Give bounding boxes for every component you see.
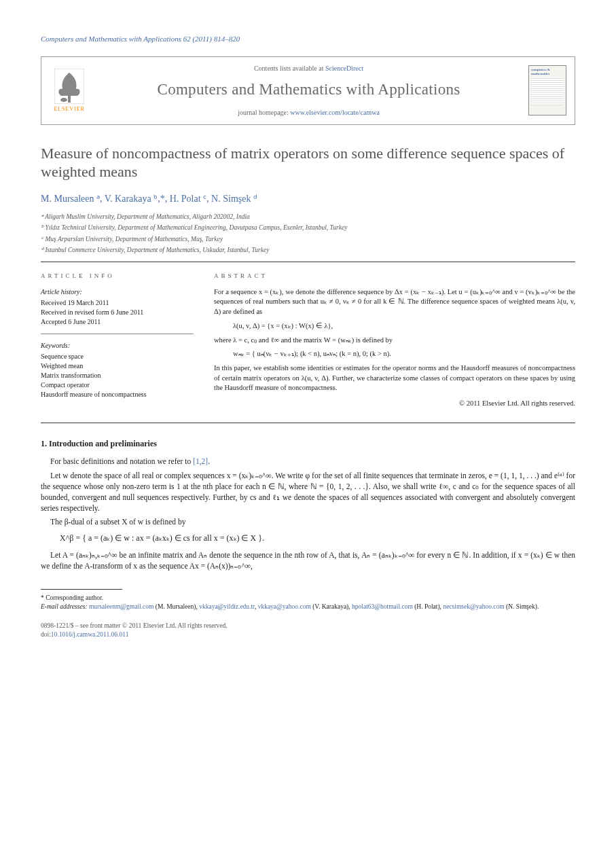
contents-prefix: Contents lists available at [254, 65, 325, 72]
citation-line: Computers and Mathematics with Applicati… [41, 34, 575, 44]
journal-header: ELSEVIER Contents lists available at Sci… [41, 56, 575, 124]
history-received: Received 19 March 2011 [41, 298, 194, 308]
elsevier-tree-icon [54, 69, 84, 104]
journal-cover-thumbnail: computers & mathematics [528, 65, 566, 115]
journal-homepage: journal homepage: www.elsevier.com/locat… [98, 108, 519, 118]
body-para: For basic definitions and notation we re… [41, 456, 575, 467]
author-email[interactable]: vkkaya@yahoo.com [258, 603, 311, 610]
section-body: For basic definitions and notation we re… [41, 456, 575, 571]
citation-ref[interactable]: [1,2] [193, 457, 208, 465]
author-email[interactable]: mursaleenm@gmail.com [89, 603, 154, 610]
footnote-rule [41, 589, 122, 590]
body-para: Let A = (aₙₖ)ₙ,ₖ₌₀^∞ be an infinite matr… [41, 550, 575, 571]
abstract-para: In this paper, we establish some identit… [214, 363, 575, 393]
page-footer: 0898-1221/$ – see front matter © 2011 El… [41, 622, 575, 640]
keyword: Hausdorff measure of noncompactness [41, 390, 194, 399]
homepage-prefix: journal homepage: [238, 109, 290, 116]
section-heading: 1. Introduction and preliminaries [41, 438, 575, 450]
publisher-name: ELSEVIER [54, 105, 85, 113]
history-revised: Received in revised form 6 June 2011 [41, 308, 194, 317]
contents-available: Contents lists available at ScienceDirec… [98, 64, 519, 73]
article-info-column: ARTICLE INFO Article history: Received 1… [41, 272, 194, 408]
publisher-logo: ELSEVIER [50, 67, 89, 114]
issn-copyright: 0898-1221/$ – see front matter © 2011 El… [41, 622, 575, 630]
body-para: Let w denote the space of all real or co… [41, 470, 575, 514]
keyword: Sequence space [41, 352, 194, 361]
sciencedirect-link[interactable]: ScienceDirect [325, 65, 363, 72]
divider [41, 423, 575, 423]
keyword: Matrix transformation [41, 371, 194, 380]
homepage-link[interactable]: www.elsevier.com/locate/camwa [290, 109, 380, 116]
display-equation: X^β = { a = (aₖ) ∈ w : ax = (aₖxₖ) ∈ cs … [60, 533, 575, 544]
affiliation-b: ᵇ Yıldız Technical University, Departmen… [41, 223, 575, 232]
corresponding-note: * Corresponding author. [41, 594, 575, 603]
journal-name: Computers and Mathematics with Applicati… [98, 79, 519, 101]
author-email[interactable]: vkkaya@yildiz.edu.tr [199, 603, 255, 610]
history-heading: Article history: [41, 287, 194, 297]
divider [41, 262, 575, 262]
abstract-para: where λ = c, c₀ and ℓ∞ and the matrix W … [214, 336, 575, 346]
emails-label: E-mail addresses: [41, 603, 89, 610]
affiliation-a: ᵃ Aligarh Muslim University, Department … [41, 212, 575, 221]
abstract-para: For a sequence x = (xₖ), we denote the d… [214, 287, 575, 317]
affiliation-c: ᶜ Muş Arparslan University, Department o… [41, 234, 575, 244]
author-email[interactable]: necsimsek@yahoo.com [443, 603, 504, 610]
abstract-copyright: © 2011 Elsevier Ltd. All rights reserved… [214, 399, 575, 409]
abstract-equation: λ(u, v, Δ) = {x = (xₖ) : W(x) ∈ λ}, [233, 321, 575, 332]
abstract-label: ABSTRACT [214, 272, 575, 281]
body-para: The β-dual of a subset X of w is defined… [41, 516, 575, 527]
keyword: Compact operator [41, 380, 194, 390]
doi-link[interactable]: 10.1016/j.camwa.2011.06.011 [51, 631, 129, 638]
author-email[interactable]: hpolat63@hotmail.com [352, 603, 413, 610]
keyword: Weighted mean [41, 361, 194, 371]
author-list: M. Mursaleen ᵃ, V. Karakaya ᵇ,*, H. Pola… [41, 192, 575, 206]
email-addresses: E-mail addresses: mursaleenm@gmail.com (… [41, 603, 575, 611]
history-accepted: Accepted 6 June 2011 [41, 317, 194, 327]
doi-label: doi: [41, 631, 51, 638]
keywords-heading: Keywords: [41, 341, 194, 351]
article-info-label: ARTICLE INFO [41, 272, 194, 281]
abstract-equation: wₙₖ = { uₙ(vₖ − vₖ₊₁); (k < n), uₙvₙ; (k… [233, 349, 575, 359]
svg-point-1 [60, 98, 67, 102]
affiliation-d: ᵈ Istanbul Commerce University, Departme… [41, 245, 575, 255]
abstract-column: ABSTRACT For a sequence x = (xₖ), we den… [214, 272, 575, 408]
article-title: Measure of noncompactness of matrix oper… [41, 144, 575, 181]
